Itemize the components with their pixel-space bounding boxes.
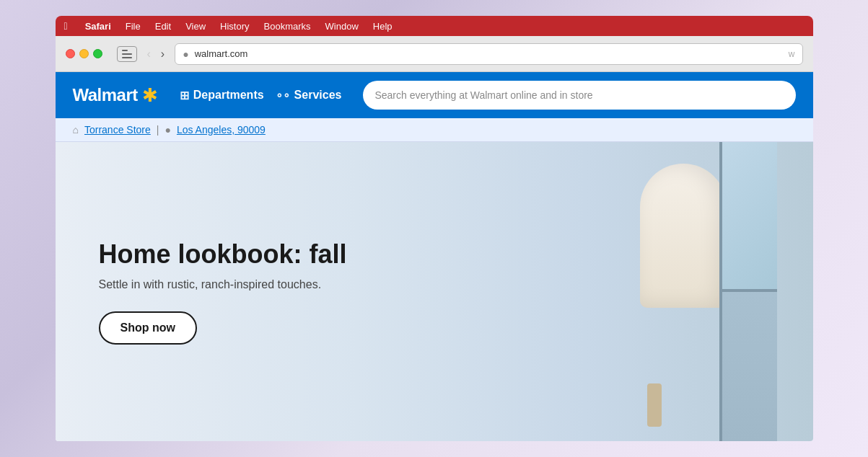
search-bar[interactable]: Search everything at Walmart online and … <box>363 81 795 110</box>
apple-logo-icon:  <box>64 20 68 32</box>
services-nav-link[interactable]: ∘∘ Services <box>276 89 342 102</box>
nav-buttons: ‹ › <box>144 46 168 62</box>
header-nav: ⊞ Departments ∘∘ Services <box>180 89 342 102</box>
forward-button[interactable]: › <box>158 46 167 62</box>
menu-view[interactable]: View <box>185 21 206 32</box>
menu-safari[interactable]: Safari <box>85 21 111 32</box>
sidebar-toggle-button[interactable] <box>117 46 137 62</box>
departments-icon: ⊞ <box>180 89 189 102</box>
close-button[interactable] <box>66 49 75 58</box>
walmart-site: Walmart ✱ ⊞ Departments ∘∘ Services Sear… <box>56 72 813 441</box>
location-icon: ● <box>165 124 170 136</box>
sidebar-icon <box>122 50 132 58</box>
hero-decoration <box>532 142 784 441</box>
menu-window[interactable]: Window <box>325 21 359 32</box>
lamp-base-shape <box>647 383 662 427</box>
minimize-button[interactable] <box>79 49 89 58</box>
store-link[interactable]: Torrance Store <box>84 124 151 136</box>
walmart-wordmark: Walmart <box>73 85 138 105</box>
macos-menubar:  Safari File Edit View History Bookmark… <box>56 16 813 36</box>
services-icon: ∘∘ <box>276 89 290 102</box>
address-suffix: w <box>789 49 795 59</box>
menu-history[interactable]: History <box>220 21 249 32</box>
security-icon: ● <box>183 48 188 60</box>
departments-label: Departments <box>193 89 264 102</box>
back-button[interactable]: ‹ <box>144 46 154 62</box>
menu-help[interactable]: Help <box>373 21 393 32</box>
window-decoration <box>719 142 777 441</box>
browser-chrome: ‹ › ● walmart.com w <box>56 36 813 72</box>
fullscreen-button[interactable] <box>93 49 102 58</box>
monitor-wrapper:  Safari File Edit View History Bookmark… <box>56 16 813 441</box>
store-bar: ⌂ Torrance Store | ● Los Angeles, 90009 <box>56 118 813 142</box>
window-upper-pane <box>722 142 777 292</box>
departments-nav-link[interactable]: ⊞ Departments <box>180 89 264 102</box>
walmart-logo[interactable]: Walmart ✱ <box>73 85 158 105</box>
walmart-header: Walmart ✱ ⊞ Departments ∘∘ Services Sear… <box>56 72 813 118</box>
menu-file[interactable]: File <box>126 21 141 32</box>
menu-bookmarks[interactable]: Bookmarks <box>264 21 311 32</box>
search-placeholder-text: Search everything at Walmart online and … <box>374 89 592 101</box>
address-text: walmart.com <box>195 48 248 59</box>
hero-content: Home lookbook: fall Settle in with rusti… <box>99 239 347 345</box>
location-link[interactable]: Los Angeles, 90009 <box>177 124 266 136</box>
traffic-lights <box>66 49 102 58</box>
hero-title: Home lookbook: fall <box>99 239 347 270</box>
menu-edit[interactable]: Edit <box>155 21 171 32</box>
hero-section: Home lookbook: fall Settle in with rusti… <box>56 142 813 441</box>
address-bar[interactable]: ● walmart.com w <box>175 43 802 65</box>
home-icon: ⌂ <box>73 124 79 136</box>
lamp-shade-shape <box>640 164 727 308</box>
walmart-spark-icon: ✱ <box>142 86 158 105</box>
shop-now-button[interactable]: Shop now <box>99 311 197 345</box>
services-label: Services <box>294 89 342 102</box>
hero-subtitle: Settle in with rustic, ranch-inspired to… <box>99 278 347 291</box>
store-separator: | <box>157 124 159 136</box>
